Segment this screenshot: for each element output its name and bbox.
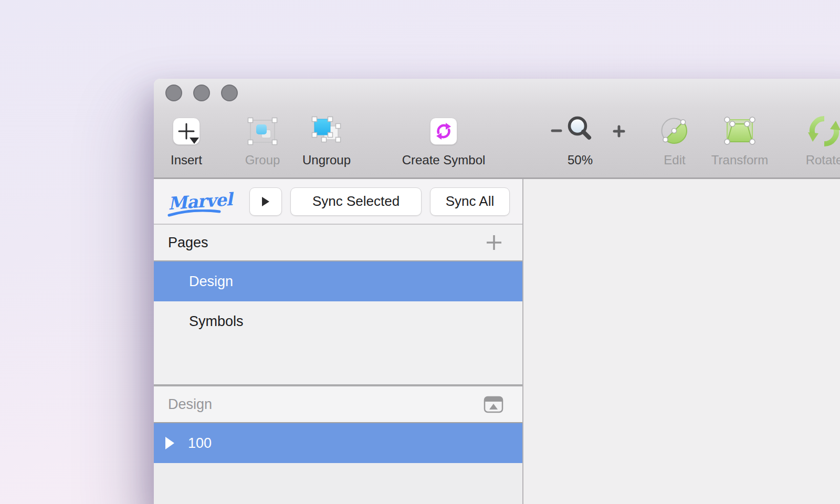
sync-all-button[interactable]: Sync All: [430, 187, 510, 216]
pages-header: Pages: [154, 225, 522, 261]
sync-selected-label: Sync Selected: [312, 193, 400, 209]
pages-title: Pages: [168, 235, 208, 251]
disclosure-triangle-icon[interactable]: [165, 437, 174, 449]
layer-label: 100: [188, 435, 212, 452]
zoom-window-button[interactable]: [221, 85, 238, 101]
add-page-button[interactable]: [486, 234, 502, 251]
pages-empty-area: [154, 341, 522, 384]
zoom-control: 50%: [533, 111, 627, 168]
play-button[interactable]: [249, 187, 282, 216]
rotate-label: Rotate: [806, 152, 840, 168]
artboard-toggle-icon[interactable]: [484, 396, 503, 413]
rotate-button[interactable]: Rotate: [790, 111, 840, 168]
minimize-button[interactable]: [193, 85, 210, 101]
insert-label: Insert: [171, 152, 202, 168]
page-row-design[interactable]: Design: [154, 261, 522, 301]
transform-icon: [723, 116, 757, 147]
layer-row-100[interactable]: 100: [154, 423, 522, 463]
ungroup-button[interactable]: Ungroup: [298, 111, 355, 168]
zoom-in-button[interactable]: [613, 125, 625, 138]
edit-icon: [658, 115, 691, 148]
transform-label: Transform: [711, 152, 768, 168]
sync-selected-button[interactable]: Sync Selected: [290, 187, 422, 216]
magnifier-icon: [566, 116, 594, 146]
edit-button[interactable]: Edit: [651, 111, 698, 168]
ungroup-label: Ungroup: [302, 152, 351, 168]
create-symbol-button[interactable]: Create Symbol: [391, 111, 496, 168]
insert-dropdown-icon: [190, 138, 199, 144]
canvas[interactable]: [523, 179, 840, 504]
page-row-symbols[interactable]: Symbols: [154, 301, 522, 341]
insert-button[interactable]: Insert: [164, 111, 208, 168]
page-label: Symbols: [189, 313, 244, 330]
group-button[interactable]: Group: [239, 111, 286, 168]
toolbar: Insert Group: [154, 79, 840, 179]
page-label: Design: [189, 274, 233, 290]
edit-label: Edit: [664, 152, 685, 168]
sidebar: Marvel Sync Selected Sync All Pages Desi: [154, 179, 523, 504]
marvel-plugin-bar: Marvel Sync Selected Sync All: [154, 179, 522, 225]
ungroup-icon: [308, 115, 345, 148]
zoom-level: 50%: [568, 152, 593, 168]
layer-list-header: Design: [154, 386, 522, 423]
layer-list-empty-area: [154, 463, 522, 504]
sync-all-label: Sync All: [446, 193, 495, 209]
sketch-window: Insert Group: [154, 79, 840, 504]
marvel-logo: Marvel: [168, 191, 223, 212]
group-icon: [245, 116, 280, 147]
marvel-logo-swoosh: [167, 209, 222, 217]
traffic-lights: [165, 85, 238, 101]
close-button[interactable]: [165, 85, 182, 101]
group-label: Group: [245, 152, 280, 168]
transform-button[interactable]: Transform: [703, 111, 776, 168]
rotate-icon: [807, 114, 840, 148]
layer-list-title: Design: [168, 396, 212, 413]
zoom-out-button[interactable]: [551, 128, 562, 133]
play-icon: [261, 196, 270, 207]
create-symbol-icon: [430, 118, 457, 145]
create-symbol-label: Create Symbol: [402, 152, 486, 168]
